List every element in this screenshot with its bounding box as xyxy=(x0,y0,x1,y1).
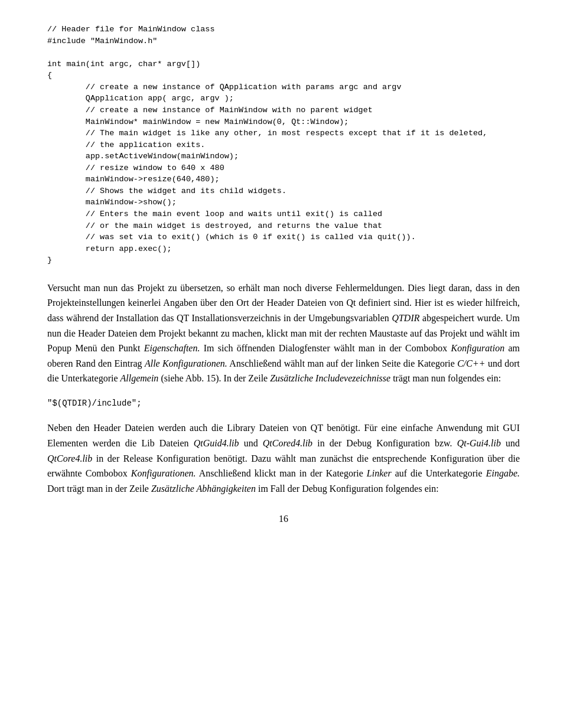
p2-italic5: Konfigurationen. xyxy=(131,468,196,478)
p1-cont6: (siehe Abb. 15). In der Zeile xyxy=(158,373,270,383)
p2-italic8: Zusätzliche Abhängigkeiten xyxy=(151,484,256,494)
p1-italic5: C/C++ xyxy=(457,358,485,368)
prose-section: Versucht man nun das Projekt zu übersetz… xyxy=(47,280,520,497)
p2-italic1: QtGuid4.lib xyxy=(194,438,239,448)
page-number: 16 xyxy=(47,514,520,524)
p2-cont8: im Fall der Debug Konfiguration folgende… xyxy=(256,484,439,494)
p2-italic7: Eingabe. xyxy=(486,468,520,478)
p1-cont4: Anschließend wählt man auf der linken Se… xyxy=(227,358,457,368)
p2-cont1: und xyxy=(239,438,263,448)
p2-cont2: in der Debug Konfiguration bzw. xyxy=(312,438,457,448)
p1-italic3: Konfiguration xyxy=(451,343,505,353)
p2-cont3: und xyxy=(501,438,520,448)
p2-italic2: QtCored4.lib xyxy=(263,438,312,448)
p2-cont5: Anschließend klickt man in der Kategorie xyxy=(196,468,367,478)
p2-italic4: QtCore4.lib xyxy=(47,453,92,463)
p2-cont7: Dort trägt man in der Zeile xyxy=(47,484,151,494)
p2-italic6: Linker xyxy=(367,468,392,478)
p2-cont6: auf die Unterkategorie xyxy=(392,468,486,478)
inline-code-qtdir: "$(QTDIR)/include"; xyxy=(47,397,520,410)
p1-italic6: Allgemein xyxy=(120,373,159,383)
p1-cont7: trägt man nun folgendes ein: xyxy=(390,373,501,383)
p1-italic2: Eigenschaften. xyxy=(144,343,200,353)
p1-italic: QTDIR xyxy=(392,313,419,323)
p1-italic4: Alle Konfigurationen. xyxy=(145,358,227,368)
code-block: // Header file for MainWindow class #inc… xyxy=(47,24,520,266)
p1-cont2: Im sich öffnenden Dialogfenster wählt ma… xyxy=(200,343,451,353)
paragraph-1: Versucht man nun das Projekt zu übersetz… xyxy=(47,280,520,386)
p1-italic7: Zusätzliche Includevezeichnisse xyxy=(270,373,390,383)
p2-italic3: Qt-Gui4.lib xyxy=(457,438,501,448)
paragraph-2: Neben den Header Dateien werden auch die… xyxy=(47,420,520,496)
